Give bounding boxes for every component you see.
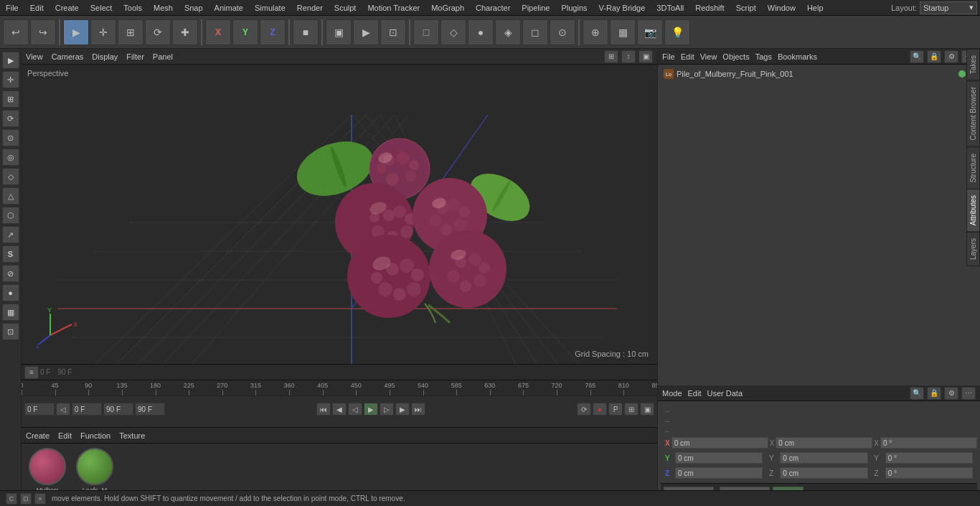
attr-search-button[interactable]: 🔍 [910, 387, 924, 400]
lp-poly-button[interactable]: ◇ [2, 168, 19, 185]
y-axis-button[interactable]: Y [232, 19, 258, 45]
lp-sculpt-button[interactable]: ● [2, 284, 19, 301]
lp-move-button[interactable]: ✛ [2, 71, 19, 88]
menu-script[interactable]: Script [730, 2, 762, 14]
menu-file[interactable]: File [0, 2, 24, 14]
obj-lock-button[interactable]: 🔒 [927, 50, 941, 63]
next-frame-button[interactable]: ▶ [395, 403, 410, 416]
coord-sx-input[interactable] [776, 437, 872, 449]
menu-create[interactable]: Create [50, 2, 85, 14]
key-grid-button[interactable]: ⊞ [624, 403, 639, 416]
menu-mesh[interactable]: Mesh [148, 2, 179, 14]
prev-frame-button[interactable]: ◀ [332, 403, 347, 416]
attr-settings-button[interactable]: ⚙ [944, 387, 958, 400]
menu-simulate[interactable]: Simulate [249, 2, 291, 14]
motion-path-button[interactable]: ▣ [640, 403, 654, 416]
select-tool-button[interactable]: ▶ [63, 19, 89, 45]
mat-menu-create[interactable]: Create [26, 431, 50, 440]
model-mode-button[interactable]: □ [413, 19, 439, 45]
lp-rotate-button[interactable]: ⟳ [2, 110, 19, 127]
lp-bottom1-button[interactable]: ▦ [2, 304, 19, 321]
tab-takes[interactable]: Takes [966, 49, 980, 80]
light-button[interactable]: 💡 [664, 19, 690, 45]
polygon-mode-button[interactable]: ◈ [495, 19, 521, 45]
scale-tool-button[interactable]: ⊞ [118, 19, 143, 45]
render-active-button[interactable]: ▶ [353, 19, 379, 45]
obj-menu-tags[interactable]: Tags [755, 52, 772, 61]
preview-end-input[interactable] [135, 403, 165, 416]
menu-help[interactable]: Help [801, 2, 829, 14]
render-picture-viewer-button[interactable]: ⊡ [380, 19, 406, 45]
lp-paint-button[interactable]: ⊘ [2, 265, 19, 282]
viewport-menu-filter[interactable]: Filter [126, 52, 143, 61]
attr-dots-button[interactable]: ⋯ [961, 387, 976, 400]
tab-structure[interactable]: Structure [966, 147, 980, 189]
obj-dot-1[interactable] [958, 70, 966, 78]
lp-guide-button[interactable]: ↗ [2, 226, 19, 243]
z-axis-button[interactable]: Z [260, 19, 286, 45]
paint-mode-button[interactable]: ● [468, 19, 494, 45]
viewport-icon-3[interactable]: ▣ [639, 50, 653, 63]
coord-py-input[interactable] [675, 452, 763, 464]
viewport-canvas[interactable]: Perspective Grid Spacing : 10 cm X Y Z [22, 65, 657, 364]
viewport-menu-display[interactable]: Display [92, 52, 118, 61]
menu-window[interactable]: Window [762, 2, 801, 14]
goto-end-button[interactable]: ⏭ [411, 403, 425, 416]
lp-nurbs-button[interactable]: △ [2, 187, 19, 205]
menu-select[interactable]: Select [85, 2, 118, 14]
object-mode-button[interactable]: ■ [293, 19, 319, 45]
coord-px-input[interactable] [672, 437, 768, 449]
move-tool-button[interactable]: ✛ [90, 19, 116, 45]
next-keyframe-button[interactable]: ▷ [380, 403, 394, 416]
record-button[interactable]: ● [593, 403, 607, 416]
obj-menu-view[interactable]: View [700, 52, 717, 61]
status-icon-3[interactable]: × [34, 493, 46, 505]
attr-menu-mode[interactable]: Mode [662, 389, 682, 398]
menu-mograph[interactable]: MoGraph [425, 2, 470, 14]
timeline-toggle-button[interactable]: ≡ [24, 366, 39, 379]
material-item-leafs[interactable]: Leafs_M [73, 448, 116, 497]
timeline-ruler[interactable]: 0459013518022527031536040545049554058563… [22, 380, 657, 396]
viewport-icon-2[interactable]: ↕ [621, 50, 636, 63]
status-icon-1[interactable]: C [6, 493, 17, 505]
viewport-menu-cameras[interactable]: Cameras [52, 52, 84, 61]
play-button[interactable]: ▶ [364, 403, 378, 416]
obj-settings-button[interactable]: ⚙ [944, 50, 958, 63]
prev-keyframe-button[interactable]: ◁ [56, 403, 70, 416]
coord-ry-input[interactable] [885, 452, 973, 464]
menu-pipeline[interactable]: Pipeline [516, 2, 555, 14]
attr-lock-button[interactable]: 🔒 [927, 387, 941, 400]
camera-button[interactable]: 📷 [637, 19, 663, 45]
menu-vray[interactable]: V-Ray Bridge [593, 2, 651, 14]
undo-button[interactable]: ↩ [3, 19, 29, 45]
status-icon-2[interactable]: ⊡ [20, 493, 32, 505]
attr-menu-userdata[interactable]: User Data [707, 389, 743, 398]
coord-sy-input[interactable] [780, 452, 867, 464]
tab-attributes[interactable]: Attributes [966, 189, 980, 232]
mat-menu-texture[interactable]: Texture [119, 431, 145, 440]
lp-deform-button[interactable]: ⬡ [2, 207, 19, 224]
edge-mode-button[interactable]: ◻ [522, 19, 548, 45]
snap-enable-button[interactable]: ⊕ [583, 19, 608, 45]
coord-rx-input[interactable] [880, 437, 977, 449]
lp-camera-button[interactable]: ⊙ [2, 129, 19, 146]
start-frame-input[interactable] [24, 403, 55, 416]
redo-button[interactable]: ↪ [30, 19, 56, 45]
menu-tools[interactable]: Tools [118, 2, 148, 14]
menu-snap[interactable]: Snap [179, 2, 209, 14]
obj-menu-objects[interactable]: Objects [722, 52, 749, 61]
current-frame-input[interactable] [72, 403, 102, 416]
menu-character[interactable]: Character [470, 2, 516, 14]
loop-button[interactable]: ⟳ [577, 403, 591, 416]
x-axis-button[interactable]: X [205, 19, 231, 45]
menu-render[interactable]: Render [291, 2, 329, 14]
menu-sculpt[interactable]: Sculpt [329, 2, 362, 14]
material-item-mulberry[interactable]: Mulberr [26, 448, 69, 497]
render-region-button[interactable]: ▣ [326, 19, 352, 45]
viewport-menu-view[interactable]: View [26, 52, 43, 61]
lp-select-button[interactable]: ▶ [2, 52, 19, 69]
menu-animate[interactable]: Animate [209, 2, 249, 14]
prev-keyframe-btn2[interactable]: ◁ [348, 403, 362, 416]
menu-plugins[interactable]: Plugins [555, 2, 593, 14]
goto-start-button[interactable]: ⏮ [316, 403, 331, 416]
